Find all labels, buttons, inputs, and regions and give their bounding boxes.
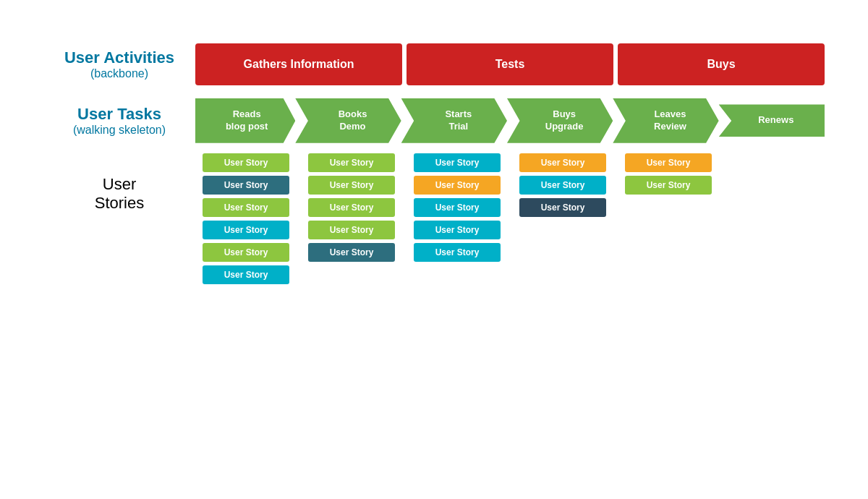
story-col-2: User Story User Story User Story User St… xyxy=(407,153,508,284)
story-card: User Story xyxy=(308,176,395,195)
stories-title: UserStories xyxy=(43,175,195,213)
diagram: User Activities (backbone) Gathers Infor… xyxy=(43,43,825,284)
story-col-3: User Story User Story User Story xyxy=(512,153,613,284)
task-leaves-review: LeavesReview xyxy=(613,98,718,143)
activities-subtitle: (backbone) xyxy=(43,67,195,80)
story-card: User Story xyxy=(308,243,395,262)
story-col-0: User Story User Story User Story User St… xyxy=(195,153,297,284)
story-col-1: User Story User Story User Story User St… xyxy=(301,153,402,284)
story-card: User Story xyxy=(414,153,501,172)
story-card: User Story xyxy=(203,265,289,284)
story-card: User Story xyxy=(203,176,289,195)
story-card: User Story xyxy=(308,153,395,172)
story-card: User Story xyxy=(519,198,606,217)
stories-row: UserStories User Story User Story User S… xyxy=(43,153,825,284)
task-starts-trial: StartsTrial xyxy=(401,98,507,143)
story-card: User Story xyxy=(414,221,501,239)
story-card: User Story xyxy=(625,153,712,172)
stories-label: UserStories xyxy=(43,153,195,213)
story-card: User Story xyxy=(625,176,712,195)
story-card: User Story xyxy=(519,176,606,195)
story-card: User Story xyxy=(308,198,395,217)
story-col-5 xyxy=(723,153,825,284)
story-card: User Story xyxy=(203,153,289,172)
story-card: User Story xyxy=(203,221,289,239)
task-reads-blog-post: Readsblog post xyxy=(195,98,295,143)
tasks-label: User Tasks (walking skeleton) xyxy=(43,105,195,137)
tasks-subtitle: (walking skeleton) xyxy=(43,124,195,137)
chevron-row: Readsblog post BooksDemo StartsTrial Buy… xyxy=(195,98,825,143)
story-card: User Story xyxy=(203,243,289,262)
task-renews: Renews xyxy=(719,104,825,137)
activities-content: Gathers Information Tests Buys xyxy=(195,43,825,85)
tasks-row: User Tasks (walking skeleton) Readsblog … xyxy=(43,98,825,143)
tasks-title: User Tasks xyxy=(43,105,195,124)
activities-label: User Activities (backbone) xyxy=(43,48,195,80)
story-card: User Story xyxy=(519,153,606,172)
story-card: User Story xyxy=(414,198,501,217)
activities-title: User Activities xyxy=(43,48,195,67)
story-col-4: User Story User Story xyxy=(618,153,719,284)
tasks-content: Readsblog post BooksDemo StartsTrial Buy… xyxy=(195,98,825,143)
activities-row: User Activities (backbone) Gathers Infor… xyxy=(43,43,825,85)
activity-buys: Buys xyxy=(618,43,825,85)
story-card: User Story xyxy=(203,198,289,217)
stories-columns: User Story User Story User Story User St… xyxy=(195,153,825,284)
story-card: User Story xyxy=(414,176,501,195)
task-buys-upgrade: BuysUpgrade xyxy=(507,98,613,143)
activity-tests: Tests xyxy=(407,43,613,85)
story-card: User Story xyxy=(308,221,395,239)
story-card: User Story xyxy=(414,243,501,262)
activity-gathers-information: Gathers Information xyxy=(195,43,402,85)
task-books-demo: BooksDemo xyxy=(295,98,401,143)
